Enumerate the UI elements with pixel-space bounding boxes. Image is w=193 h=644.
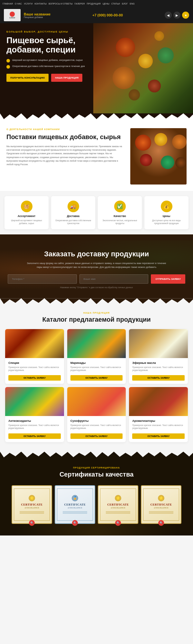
hero-spice-circles [103,28,187,109]
catalog-name-4: Сухофрукты [70,419,123,422]
catalog-torn-edge [0,452,193,458]
catalog-btn-2[interactable]: ОСТАВИТЬ ЗАЯВКУ [132,375,185,381]
catalog-btn-4[interactable]: ОСТАВИТЬ ЗАЯВКУ [70,433,123,439]
hero-feature-1: Широкий ассортимент пищевых добавок, инг… [6,59,96,62]
catalog-name-0: Специи [8,361,61,365]
order-torn-edge [0,298,193,304]
navigation: ГЛАВНАЯ О НАС УСЛУГИ КОНТАКТЫ ВОПРОСЫ И … [0,0,193,7]
bullet-icon-1 [6,59,10,62]
submit-order-button[interactable]: ОТПРАВИТЬ ЗАЯВКУ [151,274,185,284]
hero-small-label: БОЛЬШОЙ ВЫБОР, ДОСТУПНЫЕ ЦЕНЫ [6,30,96,33]
cert-medal-icon-3: ⭐ [158,495,164,501]
cert-medal-icon-1: 🏅 [72,495,78,501]
cert-card-2[interactable]: ⭐ CERTIFICATE of EXCELLENCE 🔍 [98,485,138,524]
logo-label: LOGO [9,17,15,19]
hero-feature-text-2: Оперативная доставка собственным транспо… [12,65,85,68]
catalog-name-3: Антиоксиданты [8,419,61,422]
nav-item-contacts[interactable]: КОНТАКТЫ [34,3,47,5]
feature-card-0: 🧺 Ассортимент Широкий ассортимент пищевы… [5,196,49,229]
nav-item-services[interactable]: УСЛУГИ [24,3,32,5]
hero-section: БОЛЬШОЙ ВЫБОР, ДОСТУПНЫЕ ЦЕНЫ Пищевое сы… [0,23,193,113]
certs-grid: ⭐ CERTIFICATE of EXCELLENCE 🔍 🏅 CERTIFIC… [5,485,188,524]
logo[interactable]: LOGO [4,9,21,21]
hero-feature-2: Оперативная доставка собственным транспо… [6,65,96,69]
catalog-img-0 [5,329,64,358]
catalog-img-4 [67,387,126,416]
cert-inner-border-1: 🏅 CERTIFICATE of EXCELLENCE [57,488,93,521]
catalog-btn-0[interactable]: ОСТАВИТЬ ЗАЯВКУ [8,375,61,381]
cert-title-text-1: CERTIFICATE [64,503,86,506]
catalog-img-3 [5,387,64,416]
header-controls: ◀ ▶ ★ [165,12,189,19]
cert-inner-border-3: ⭐ CERTIFICATE of EXCELLENCE [143,488,179,521]
hero-title: Пищевое сырьё, добавки, специи [6,36,96,54]
nav-item-blog[interactable]: БЛОГ [122,3,128,5]
nav-item-about[interactable]: О НАС [15,3,22,5]
feature-icon-1: 🚚 [68,201,79,212]
catalog-desc-4: Примерное краткое описание. Текст сайта … [70,424,123,430]
catalog-btn-5[interactable]: ОСТАВИТЬ ЗАЯВКУ [132,433,185,439]
catalog-img-5 [129,387,188,416]
catalog-card-2: Эфирные масла Примерное краткое описание… [129,329,188,384]
feature-card-1: 🚚 Доставка Оперативная доставка собствен… [51,196,95,229]
cert-zoom-btn-1[interactable]: 🔍 [72,520,78,526]
nav-item-products[interactable]: ПРОДУКЦИЯ [87,3,100,5]
feature-card-3: 💰 Цены Доступные цены на все виды предла… [144,196,188,229]
consult-button[interactable]: ПОЛУЧИТЬ КОНСУЛЬТАЦИЮ [6,74,49,82]
certs-small-label: ПРОДУКЦИЯ СЕРТИФИЦИРОВАНА [5,467,188,469]
about-image [130,128,187,185]
nav-item-prices[interactable]: ЦЕНЫ [103,3,109,5]
certificates-section: ПРОДУКЦИЯ СЕРТИФИЦИРОВАНА Сертификаты ка… [0,458,193,535]
cert-title-text-3: CERTIFICATE [150,503,172,506]
feature-desc-1: Оперативная доставка собственным транспо… [54,219,93,225]
cert-zoom-btn-3[interactable]: 🔍 [158,520,164,526]
catalog-grid: Специи Примерное краткое описание. Текст… [5,329,188,442]
favorite-button[interactable]: ★ [182,12,189,19]
about-section: О ДЕЯТЕЛЬНОСТИ НАШЕЙ КОМПАНИИ Поставки п… [0,119,193,191]
about-small-label: О ДЕЯТЕЛЬНОСТИ НАШЕЙ КОМПАНИИ [6,128,124,130]
catalog-desc-3: Примерное краткое описание. Текст сайта … [8,424,61,430]
nav-item-articles[interactable]: СТАТЬИ [111,3,120,5]
cert-zoom-btn-2[interactable]: 🔍 [115,520,121,526]
nav-item-lang[interactable]: ENG [130,3,134,5]
nav-item-gallery[interactable]: ГАЛЕРЕЯ [75,3,85,5]
cert-medal-icon-0: ⭐ [29,495,35,501]
hero-feature-text-1: Широкий ассортимент пищевых добавок, инг… [12,59,83,62]
feature-desc-2: Экологически чистые, натуральные продукт… [100,219,139,225]
cert-inner-border-2: ⭐ CERTIFICATE of EXCELLENCE [100,488,136,521]
header-phone: +7 (000) 000-00-00 [54,13,161,17]
cert-zoom-btn-0[interactable]: 🔍 [29,520,35,526]
about-title: Поставки пищевых добавок, сырья [6,133,124,141]
cert-card-0[interactable]: ⭐ CERTIFICATE of EXCELLENCE 🔍 [12,485,52,524]
about-content: О ДЕЯТЕЛЬНОСТИ НАШЕЙ КОМПАНИИ Поставки п… [6,128,124,185]
cert-sub-2: of EXCELLENCE [111,507,125,509]
next-button[interactable]: ▶ [173,12,180,19]
order-desc: Заполните нашу форму на сайте, укажите в… [26,261,167,269]
catalog-desc-5: Примерное краткое описание. Текст сайта … [132,424,185,430]
nav-item-faq[interactable]: ВОПРОСЫ И ОТВЕТЫ [49,3,73,5]
cert-card-3[interactable]: ⭐ CERTIFICATE of EXCELLENCE 🔍 [141,485,181,524]
catalog-desc-1: Примерное краткое описание. Текст сайта … [70,366,123,372]
catalog-card-0: Специи Примерное краткое описание. Текст… [5,329,64,384]
cert-inner-border-0: ⭐ CERTIFICATE of EXCELLENCE [14,488,50,521]
catalog-img-2 [129,329,188,358]
feature-card-2: ✅ Качество Экологически чистые, натураль… [98,196,142,229]
products-button[interactable]: НАША ПРОДУКЦИЯ [51,74,82,82]
phone-input[interactable] [8,274,77,284]
feature-title-3: Цены [147,214,186,218]
hero-torn-edge [0,113,193,119]
catalog-card-5: Ароматизаторы Примерное краткое описание… [129,387,188,442]
catalog-btn-1[interactable]: ОСТАВИТЬ ЗАЯВКУ [70,375,123,381]
site-header: LOGO Ваше название Пищевые добавки +7 (0… [0,7,193,23]
certs-title: Сертификаты качества [5,471,188,478]
feature-title-2: Качество [100,214,139,218]
feature-icon-2: ✅ [114,201,126,212]
nav-item-home[interactable]: ГЛАВНАЯ [3,3,13,5]
catalog-card-3: Антиоксиданты Примерное краткое описание… [5,387,64,442]
name-input[interactable] [79,274,149,284]
catalog-btn-3[interactable]: ОСТАВИТЬ ЗАЯВКУ [8,433,61,439]
cert-card-1[interactable]: 🏅 CERTIFICATE of EXCELLENCE 🔍 [55,485,95,524]
bullet-icon-2 [6,65,10,69]
order-bg-decor [0,240,193,298]
prev-button[interactable]: ◀ [165,12,172,19]
